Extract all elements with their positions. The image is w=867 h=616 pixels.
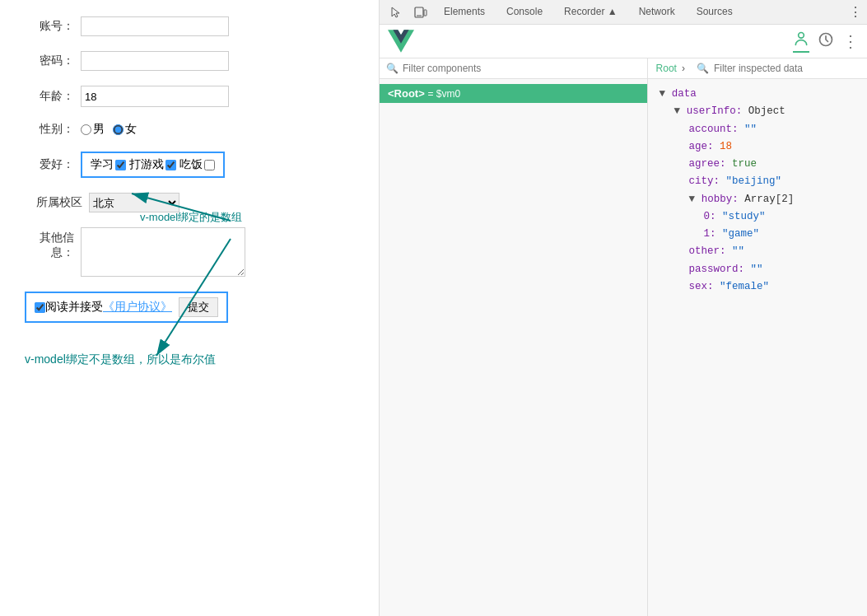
component-root-name: <Root> bbox=[388, 87, 425, 100]
hobby-game-checkbox[interactable] bbox=[165, 160, 176, 170]
school-label: 所属校区 bbox=[25, 195, 82, 210]
component-item-root[interactable]: <Root> = $vm0 bbox=[380, 84, 647, 103]
component-filter-input[interactable] bbox=[403, 63, 641, 74]
agree-link[interactable]: 《用户协议》 bbox=[103, 300, 172, 315]
vue-filter-bar: 🔍 bbox=[380, 58, 647, 79]
account-data-value: "" bbox=[744, 124, 757, 135]
hobby-0-key: 0: bbox=[704, 211, 723, 222]
submit-button[interactable]: 提交 bbox=[179, 297, 218, 317]
devtools-cursor-icon[interactable] bbox=[385, 4, 408, 21]
account-label: 账号： bbox=[25, 19, 74, 34]
age-input[interactable] bbox=[81, 86, 229, 107]
hobby-study-item: 学习 bbox=[91, 157, 126, 172]
filter-search-icon: 🔍 bbox=[386, 63, 399, 74]
age-data-key: age: bbox=[689, 141, 720, 152]
age-row: 年龄： bbox=[25, 86, 362, 107]
other-textarea[interactable] bbox=[81, 227, 245, 277]
hobby-game-item: 打游戏 bbox=[129, 157, 176, 172]
password-data-value: "" bbox=[751, 264, 763, 275]
hobby-study-label: 学习 bbox=[91, 157, 114, 172]
hobby-1-line: 1: "game" bbox=[704, 226, 855, 243]
gender-male-item: 男 bbox=[81, 122, 105, 137]
age-data-value: 18 bbox=[720, 141, 732, 152]
hobby-items: 0: "study" 1: "game" bbox=[689, 208, 855, 244]
gender-female-label: 女 bbox=[125, 122, 137, 137]
devtools-more-btn[interactable]: ⋮ bbox=[849, 4, 862, 20]
data-breadcrumb: Root › 🔍 bbox=[648, 58, 867, 79]
sex-data-line: sex: "female" bbox=[689, 278, 855, 296]
userinfo-line: ▼ userInfo: Object bbox=[674, 103, 855, 120]
agree-row-wrapper: 阅读并接受 《用户协议》 提交 bbox=[25, 292, 362, 339]
component-list: <Root> = $vm0 bbox=[380, 79, 647, 616]
data-section-arrow[interactable]: ▼ bbox=[660, 88, 666, 100]
hobby-type: Array[2] bbox=[744, 194, 794, 205]
tab-console[interactable]: Console bbox=[496, 0, 552, 24]
agree-data-value: true bbox=[732, 158, 757, 170]
userinfo-arrow[interactable]: ▼ bbox=[674, 105, 681, 117]
tab-recorder[interactable]: Recorder ▲ bbox=[554, 0, 627, 24]
other-label: 其他信息： bbox=[25, 227, 74, 260]
vue-logo bbox=[388, 30, 414, 53]
data-filter-input[interactable] bbox=[714, 63, 859, 74]
password-input[interactable] bbox=[81, 51, 229, 71]
other-data-line: other: "" bbox=[689, 243, 855, 260]
password-data-line: password: "" bbox=[689, 261, 855, 278]
vue-toolbar-icons: ⋮ bbox=[793, 30, 859, 53]
data-content: ▼ data ▼ userInfo: Object bbox=[648, 79, 867, 616]
devtools-device-icon[interactable] bbox=[409, 4, 432, 21]
hobby-0-line: 0: "study" bbox=[704, 208, 855, 226]
annotation-array: v-model绑定的是数组 bbox=[140, 210, 242, 225]
tab-sources-label: Sources bbox=[697, 6, 733, 17]
agree-text: 阅读并接受 bbox=[45, 300, 103, 315]
vue-more-icon[interactable]: ⋮ bbox=[842, 31, 859, 51]
userinfo-section: ▼ userInfo: Object account: "" bbox=[660, 103, 855, 296]
hobby-arrow[interactable]: ▼ bbox=[689, 194, 696, 205]
userinfo-type: Object bbox=[748, 105, 785, 117]
vue-panel: ⋮ 🔍 <Root> = $vm0 bbox=[380, 25, 867, 616]
sex-data-key: sex: bbox=[689, 281, 720, 292]
hobby-eat-item: 吃饭 bbox=[179, 157, 215, 172]
account-data-key: account: bbox=[689, 124, 745, 135]
hobby-1-value: "game" bbox=[722, 228, 759, 240]
hobby-box: 学习 打游戏 吃饭 bbox=[81, 152, 225, 178]
account-line: account: "" bbox=[689, 121, 855, 138]
vue-component-icon[interactable] bbox=[793, 30, 809, 53]
sex-data-value: "female" bbox=[720, 281, 769, 292]
hobby-eat-checkbox[interactable] bbox=[204, 160, 215, 170]
vue-data-pane: Root › 🔍 ▼ data bbox=[648, 58, 867, 616]
breadcrumb-root[interactable]: Root bbox=[656, 63, 677, 74]
tab-elements-label: Elements bbox=[444, 6, 485, 17]
account-input[interactable] bbox=[81, 16, 229, 36]
devtools-panel: Elements Console Recorder ▲ Network Sour… bbox=[379, 0, 867, 616]
tab-network[interactable]: Network bbox=[629, 0, 685, 24]
svg-point-7 bbox=[799, 32, 804, 38]
component-root-vm: = $vm0 bbox=[427, 88, 460, 100]
age-label: 年龄： bbox=[25, 89, 74, 104]
tab-elements[interactable]: Elements bbox=[434, 0, 495, 24]
userinfo-fields: account: "" age: 18 agre bbox=[674, 121, 855, 296]
tab-sources[interactable]: Sources bbox=[687, 0, 743, 24]
data-root-line: ▼ data bbox=[660, 86, 855, 103]
other-data-value: "" bbox=[732, 245, 744, 257]
data-section-key: data bbox=[672, 88, 697, 100]
gender-label: 性别： bbox=[25, 122, 74, 137]
gender-male-radio[interactable] bbox=[81, 124, 91, 135]
gender-group: 男 女 bbox=[81, 122, 142, 137]
hobby-0-value: "study" bbox=[722, 211, 766, 222]
password-data-key: password: bbox=[689, 264, 751, 275]
agree-data-line: agree: true bbox=[689, 156, 855, 173]
school-row: 所属校区 北京 上海 广州 深圳 v-model绑定的是数组 bbox=[25, 193, 362, 212]
other-row: 其他信息： bbox=[25, 227, 362, 277]
hobby-study-checkbox[interactable] bbox=[115, 160, 126, 170]
gender-female-radio[interactable] bbox=[113, 124, 124, 135]
agree-checkbox[interactable] bbox=[35, 302, 45, 313]
hobby-game-label: 打游戏 bbox=[129, 157, 164, 172]
vue-timeline-icon[interactable] bbox=[818, 31, 834, 52]
age-data-line: age: 18 bbox=[689, 138, 855, 156]
hobby-label: 爱好： bbox=[25, 157, 74, 172]
agree-row: 阅读并接受 《用户协议》 提交 bbox=[25, 292, 228, 323]
account-row: 账号： bbox=[25, 16, 362, 36]
password-row: 密码： bbox=[25, 51, 362, 71]
password-label: 密码： bbox=[25, 54, 74, 68]
devtools-topbar: Elements Console Recorder ▲ Network Sour… bbox=[380, 0, 867, 25]
